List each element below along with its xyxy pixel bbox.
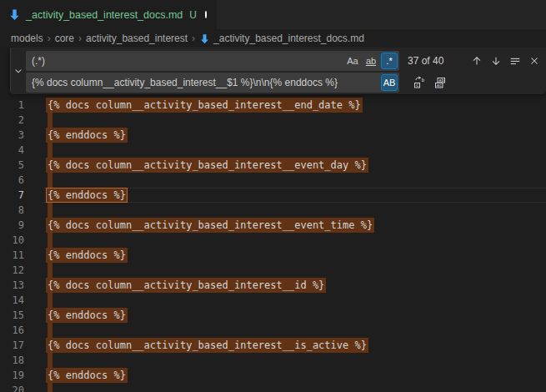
line-content [48, 144, 53, 156]
find-match: {% enddocs %} [46, 368, 128, 383]
line-content [48, 114, 53, 126]
code-line[interactable]: 6 [0, 173, 546, 188]
code-line[interactable]: 20 [0, 383, 546, 392]
find-match: {% enddocs %} [46, 248, 128, 263]
empty-line-find-match [48, 233, 53, 248]
chevron-down-icon [13, 66, 23, 76]
empty-line-find-match [48, 173, 53, 188]
code-lines: 1{% docs column__activity_based_interest… [0, 98, 546, 392]
breadcrumb: models › core › activity_based_interest … [0, 29, 546, 48]
code-line[interactable]: 3{% enddocs %} [0, 128, 546, 143]
line-content [48, 354, 53, 366]
replace-row: {% docs column__activity_based_interest_… [26, 73, 543, 93]
code-line[interactable]: 17{% docs column__activity_based_interes… [0, 338, 546, 353]
line-content: {% docs column__activity_based_interest_… [48, 99, 363, 111]
find-input[interactable]: (.*) Aa ab .* [26, 51, 399, 71]
chevron-right-icon: › [192, 33, 195, 44]
find-input-value: (.*) [32, 55, 344, 67]
previous-match-button[interactable] [468, 52, 486, 70]
code-line[interactable]: 13{% docs column__activity_based_interes… [0, 278, 546, 293]
find-match: {% docs column__activity_based_interest_… [46, 218, 374, 233]
code-line[interactable]: 1{% docs column__activity_based_interest… [0, 98, 546, 113]
code-line[interactable]: 14 [0, 293, 546, 308]
code-line[interactable]: 12 [0, 263, 546, 278]
close-find-widget-button[interactable] [525, 52, 543, 70]
match-count: 37 of 40 [408, 55, 467, 67]
empty-line-find-match [48, 113, 53, 128]
line-content: {% enddocs %} [48, 309, 128, 321]
line-content [48, 174, 53, 186]
line-number: 16 [0, 323, 24, 338]
code-line[interactable]: 7{% enddocs %} [0, 188, 546, 203]
line-number: 19 [0, 368, 24, 383]
replace-all-button[interactable]: ab ac [431, 73, 449, 92]
code-line[interactable]: 8 [0, 203, 546, 218]
markdown-file-icon [8, 8, 21, 21]
line-content [48, 204, 53, 216]
empty-line-find-match [48, 323, 53, 338]
line-number: 18 [0, 353, 24, 368]
regex-toggle[interactable]: .* [381, 53, 398, 69]
code-line[interactable]: 19{% enddocs %} [0, 368, 546, 383]
code-line[interactable]: 5{% docs column__activity_based_interest… [0, 158, 546, 173]
line-content [48, 264, 53, 276]
line-content [48, 384, 53, 392]
line-number: 10 [0, 233, 24, 248]
find-replace-widget: (.*) Aa ab .* 37 of 40 [10, 48, 546, 94]
line-number: 14 [0, 293, 24, 308]
code-line[interactable]: 4 [0, 143, 546, 158]
line-content: {% docs column__activity_based_interest_… [48, 339, 368, 351]
markdown-file-icon [199, 33, 210, 44]
line-number: 17 [0, 338, 24, 353]
code-area[interactable]: 1{% docs column__activity_based_interest… [0, 48, 546, 392]
breadcrumb-item-activity-based-interest[interactable]: activity_based_interest [86, 33, 188, 44]
preserve-case-toggle[interactable]: AB [381, 74, 398, 91]
line-number: 6 [0, 173, 24, 188]
line-number: 11 [0, 248, 24, 263]
breadcrumb-item-models[interactable]: models [11, 33, 43, 44]
code-line[interactable]: 9{% docs column__activity_based_interest… [0, 218, 546, 233]
breadcrumb-item-file[interactable]: _activity_based_interest_docs.md [213, 33, 364, 44]
line-number: 3 [0, 128, 24, 143]
line-number: 15 [0, 308, 24, 323]
find-row: (.*) Aa ab .* 37 of 40 [26, 51, 543, 71]
svg-text:c: c [416, 82, 419, 88]
empty-line-find-match [48, 143, 53, 158]
find-match: {% docs column__activity_based_interest_… [46, 338, 368, 353]
svg-text:b: b [422, 77, 425, 83]
editor-tab[interactable]: _activity_based_interest_docs.md U [0, 0, 217, 29]
code-line[interactable]: 16 [0, 323, 546, 338]
code-line[interactable]: 2 [0, 113, 546, 128]
line-number: 5 [0, 158, 24, 173]
chevron-right-icon: › [48, 33, 51, 44]
unsaved-changes-dot[interactable] [205, 11, 207, 18]
replace-input-value: {% docs column__activity_based_interest_… [32, 77, 381, 88]
code-line[interactable]: 15{% enddocs %} [0, 308, 546, 323]
find-in-selection-button[interactable] [506, 52, 524, 70]
replace-input[interactable]: {% docs column__activity_based_interest_… [26, 73, 399, 93]
replace-button[interactable]: c b [410, 73, 428, 92]
line-number: 4 [0, 143, 24, 158]
empty-line-find-match [48, 383, 53, 392]
line-number: 12 [0, 263, 24, 278]
line-content: {% enddocs %} [48, 369, 128, 381]
chevron-right-icon: › [78, 33, 82, 44]
line-number: 13 [0, 278, 24, 293]
empty-line-find-match [48, 263, 53, 278]
svg-text:ac: ac [437, 83, 443, 88]
code-line[interactable]: 10 [0, 233, 546, 248]
find-match: {% enddocs %} [46, 308, 128, 323]
line-content: {% enddocs %} [48, 189, 128, 201]
empty-line-find-match [48, 353, 53, 368]
line-content: {% docs column__activity_based_interest_… [48, 279, 326, 291]
code-line[interactable]: 18 [0, 353, 546, 368]
next-match-button[interactable] [487, 52, 505, 70]
line-content: {% enddocs %} [48, 249, 128, 261]
git-untracked-badge: U [189, 9, 197, 21]
current-find-match: {% enddocs %} [46, 188, 128, 203]
breadcrumb-item-core[interactable]: core [55, 33, 74, 44]
match-case-toggle[interactable]: Aa [344, 53, 361, 69]
toggle-replace-button[interactable] [11, 51, 26, 91]
whole-word-toggle[interactable]: ab [363, 53, 379, 69]
code-line[interactable]: 11{% enddocs %} [0, 248, 546, 263]
